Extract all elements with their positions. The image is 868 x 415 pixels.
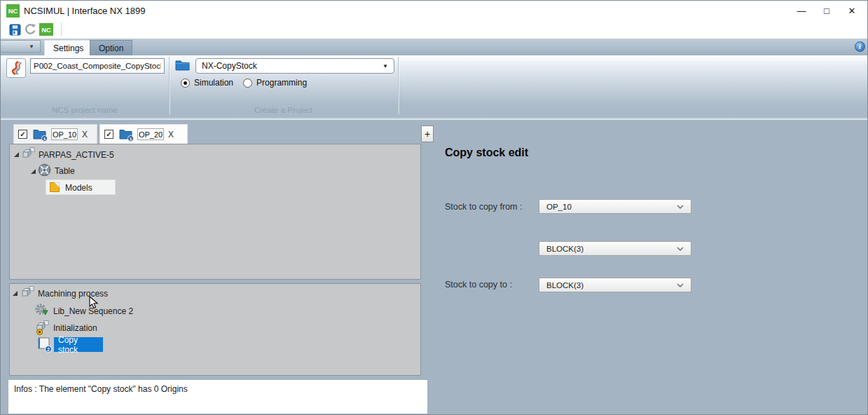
minimize-button[interactable]: — [789,1,814,20]
app-logo-icon: NC [6,4,20,18]
expander-icon [13,151,20,158]
op20-close-icon[interactable]: X [168,130,174,140]
tree-item-copy-stock[interactable]: Copy stock [54,337,103,352]
stock-badge: s [41,135,48,142]
info-icon[interactable]: i [855,41,865,52]
mode-radio-group: Simulation Programming [181,78,317,88]
radio-programming-label: Programming [256,78,307,88]
stock-from-block-select[interactable]: BLOCK(3) [539,241,691,256]
template-select-value: NX-CopyStock [202,61,257,71]
radio-programming[interactable] [243,79,252,88]
sequence-gear-icon [34,303,50,318]
chevron-down-icon: ▼ [383,63,388,69]
stock-to-select[interactable]: BLOCK(3) [539,278,691,292]
chevron-down-icon [677,247,684,251]
window-title: NCSIMUL | Interface NX 1899 [24,6,145,16]
mouse-cursor [89,296,102,310]
add-op-tab-button[interactable]: + [421,125,434,142]
radio-simulation[interactable] [181,79,190,88]
op20-name-input[interactable] [137,128,164,140]
ribbon-tab-row: ▼ Settings Option i [1,39,867,55]
file-menu-dropdown[interactable]: ▼ [1,40,41,53]
table-axis-icon [38,163,51,177]
stock-from-label: Stock to copy from : [445,202,522,212]
group-label-project: NCS project name [1,106,169,114]
save-icon[interactable] [8,22,22,36]
init-badge-icon [36,329,43,335]
chevron-down-icon [677,205,684,209]
stock-to-value: BLOCK(3) [546,281,584,290]
copy-stock-badge: 2 [45,346,52,353]
chevron-down-icon [677,283,684,287]
op20-checkbox[interactable]: ✓ [104,130,113,139]
process-tree-panel: Machining process Lib_New Sequence 2 Ini… [9,283,421,376]
stock-to-label: Stock to copy to : [445,280,512,290]
op-tab-op10[interactable]: ✓ s X [13,124,97,144]
info-bar: Infos : The element "Copy stock" has 0 O… [8,379,428,414]
stock-from-value: OP_10 [546,203,572,211]
ncsimul-logo-icon[interactable] [6,58,26,78]
op10-checkbox[interactable]: ✓ [18,130,27,139]
tree-item-table[interactable]: Table [55,166,75,176]
radio-simulation-label: Simulation [194,78,233,88]
stock-from-block-value: BLOCK(3) [546,245,584,253]
nc-export-icon[interactable]: NC [39,23,53,36]
machine-icon [20,285,35,298]
op-tab-op20[interactable]: ✓ s X [99,124,188,144]
stock-from-select[interactable]: OP_10 [539,199,691,214]
tab-settings[interactable]: Settings [44,40,92,55]
stock-folder-icon: s [119,128,132,140]
tree-item-initialization[interactable]: Initialization [53,323,97,333]
tree-item-machine[interactable]: PARPAS_ACTIVE-5 [39,150,114,160]
chevron-down-icon: ▼ [29,43,34,50]
quick-toolbar: NC [1,20,867,39]
template-select[interactable]: NX-CopyStock ▼ [195,58,394,74]
open-folder-icon[interactable] [175,59,190,74]
op10-name-input[interactable] [51,128,78,140]
expander-icon [30,168,36,175]
stock-badge: s [128,135,134,142]
close-button[interactable]: ✕ [839,1,864,20]
app-window: NC NCSIMUL | Interface NX 1899 — □ ✕ NC [0,0,868,415]
maximize-button[interactable]: □ [814,1,839,20]
machine-icon [20,147,36,159]
op10-close-icon[interactable]: X [82,130,88,140]
edit-panel-title: Copy stock edit [445,147,528,159]
toolbar-separator [61,22,62,36]
ribbon: NCS project name NX-CopyStock ▼ Simulati… [1,55,867,120]
stock-folder-icon: s [33,128,46,140]
tree-item-models[interactable]: Models [65,183,92,193]
tab-option[interactable]: Option [90,40,132,55]
machine-tree-panel: PARPAS_ACTIVE-5 Table Models [9,144,421,280]
group-label-create: Create a Project [169,106,398,114]
title-bar: NC NCSIMUL | Interface NX 1899 — □ ✕ [1,1,867,20]
ribbon-separator [398,57,399,114]
expander-icon [12,290,18,297]
models-icon [49,182,60,193]
refresh-icon[interactable] [23,22,37,36]
project-name-input[interactable] [30,58,165,74]
